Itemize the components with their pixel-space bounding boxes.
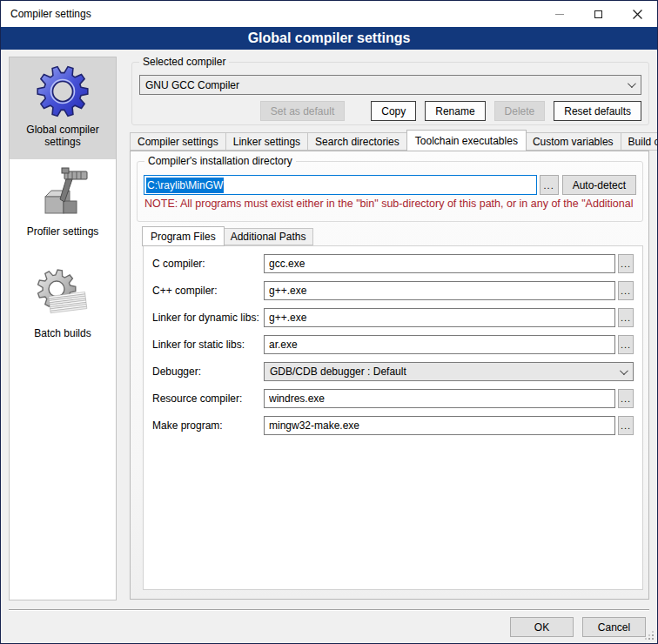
field-label: Resource compiler: [152, 392, 264, 405]
tab-compiler-settings[interactable]: Compiler settings [130, 132, 226, 151]
tab-custom-variables[interactable]: Custom variables [526, 132, 621, 151]
field-row-c-compiler: C++ compiler:... [152, 281, 634, 300]
resize-grip-icon[interactable] [652, 638, 654, 640]
delete-button: Delete [494, 101, 546, 121]
main-tabrow: Compiler settingsLinker settingsSearch d… [130, 129, 649, 151]
compiler-actions: Set as defaultCopyRenameDeleteReset defa… [260, 101, 641, 121]
field-row-make-program: Make program:... [152, 416, 634, 435]
window-title: Compiler settings [10, 8, 91, 20]
field-row-debugger: Debugger:GDB/CDB debugger : Default [152, 362, 634, 381]
tab-search-directories[interactable]: Search directories [308, 132, 407, 151]
install-dir-selected-text: C:\raylib\MinGW [146, 178, 224, 193]
titlebar: Compiler settings [1, 1, 657, 27]
c-compiler-input[interactable] [264, 281, 615, 300]
field-label: Debugger: [152, 366, 264, 378]
resource-compiler-input[interactable] [264, 389, 615, 408]
gray-gear-stack-icon [35, 267, 91, 323]
install-dir-group: Compiler's installation directory C:\ray… [137, 161, 643, 222]
c-compiler-input[interactable] [264, 254, 615, 273]
sidebar-item-batch-builds[interactable]: Batch builds [10, 261, 116, 363]
linker-for-static-libs-browse-button[interactable]: ... [618, 335, 634, 354]
set-as-default-button: Set as default [260, 101, 345, 121]
field-row-linker-for-dynamic-libs: Linker for dynamic libs:... [152, 308, 634, 327]
tab-build-options[interactable]: Build options [621, 132, 658, 151]
footer-divider [9, 609, 649, 611]
dialog-header-title: Global compiler settings [1, 27, 657, 50]
minimize-icon [555, 14, 564, 15]
make-program-browse-button[interactable]: ... [618, 416, 634, 435]
install-dir-group-label: Compiler's installation directory [144, 155, 296, 167]
blue-gear-icon [35, 64, 91, 119]
selected-compiler-group-label: Selected compiler [139, 56, 229, 68]
make-program-input[interactable] [264, 416, 615, 435]
window-controls [540, 1, 657, 27]
cancel-button[interactable]: Cancel [582, 617, 646, 637]
install-dir-note: NOTE: All programs must exist either in … [144, 198, 635, 210]
sidebar-item-label: Batch builds [12, 327, 113, 339]
field-row-resource-compiler: Resource compiler:... [152, 389, 634, 408]
field-row-c-compiler: C compiler:... [152, 254, 634, 273]
maximize-icon [594, 10, 602, 18]
program-files-panel: C compiler:...C++ compiler:...Linker for… [143, 245, 643, 590]
chevron-down-icon [620, 366, 628, 375]
install-dir-input[interactable]: C:\raylib\MinGW [144, 175, 537, 195]
linker-for-static-libs-input[interactable] [264, 335, 615, 354]
copy-button[interactable]: Copy [371, 101, 416, 121]
c-compiler-browse-button[interactable]: ... [618, 281, 634, 300]
sidebar-item-label: Global compiler settings [12, 124, 113, 148]
field-label: Linker for dynamic libs: [152, 312, 264, 324]
subtab-additional-paths[interactable]: Additional Paths [224, 228, 314, 245]
field-label: C++ compiler: [152, 285, 264, 297]
tab-linker-settings[interactable]: Linker settings [226, 132, 308, 151]
ok-button[interactable]: OK [510, 617, 574, 637]
linker-for-dynamic-libs-input[interactable] [264, 308, 615, 327]
rename-button[interactable]: Rename [425, 101, 485, 121]
autodetect-button[interactable]: Auto-detect [562, 175, 636, 195]
caliper-icon [35, 165, 91, 221]
selected-compiler-group: Selected compiler GNU GCC Compiler Set a… [131, 62, 649, 125]
minimize-button[interactable] [540, 1, 579, 27]
field-label: C compiler: [152, 258, 264, 270]
subtab-program-files[interactable]: Program Files [142, 226, 225, 246]
resource-compiler-browse-button[interactable]: ... [618, 389, 634, 408]
chevron-down-icon [628, 79, 636, 88]
linker-for-dynamic-libs-browse-button[interactable]: ... [618, 308, 634, 327]
debugger-combobox[interactable]: GDB/CDB debugger : Default [264, 362, 634, 381]
reset-defaults-button[interactable]: Reset defaults [554, 101, 641, 121]
field-label: Make program: [152, 419, 264, 432]
close-button[interactable] [618, 1, 657, 27]
settings-sidebar: Global compiler settings Profiler settin… [9, 57, 117, 600]
selected-compiler-value: GNU GCC Compiler [145, 79, 239, 91]
field-label: Linker for static libs: [152, 339, 264, 351]
compiler-settings-window: Compiler settings Global compiler settin… [0, 0, 658, 644]
sidebar-item-profiler-settings[interactable]: Profiler settings [10, 159, 116, 261]
sidebar-item-label: Profiler settings [12, 225, 113, 238]
selected-compiler-combobox[interactable]: GNU GCC Compiler [139, 75, 641, 95]
install-dir-browse-button[interactable]: ... [540, 175, 559, 195]
toolchain-executables-panel: Compiler's installation directory C:\ray… [130, 151, 649, 600]
sidebar-item-global-compiler-settings[interactable]: Global compiler settings [10, 57, 116, 159]
field-row-linker-for-static-libs: Linker for static libs:... [152, 335, 634, 354]
close-icon [633, 10, 642, 19]
tab-toolchain-executables[interactable]: Toolchain executables [406, 130, 527, 151]
program-files-tabrow: Program FilesAdditional Paths [143, 225, 313, 245]
c-compiler-browse-button[interactable]: ... [618, 254, 634, 273]
maximize-button[interactable] [579, 1, 618, 27]
combobox-value: GDB/CDB debugger : Default [270, 366, 406, 378]
